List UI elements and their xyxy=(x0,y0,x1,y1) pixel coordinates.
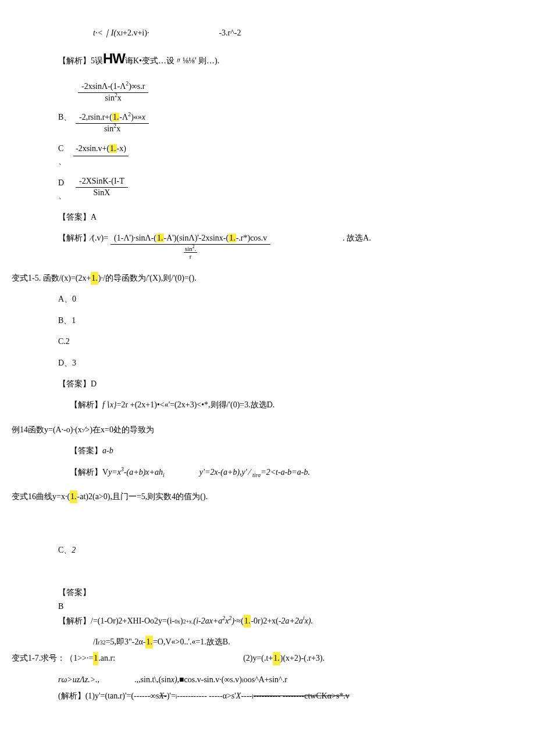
denominator: sin2. r xyxy=(180,245,201,260)
option-label: D 、 xyxy=(58,177,73,203)
option-label: C 、 xyxy=(58,142,73,169)
denominator: sin2x xyxy=(102,93,125,103)
denominator: sin2x xyxy=(101,124,124,134)
option-a-fraction: -2xsinΛ-(1-Λ2)∞s.r sin2x xyxy=(12,82,523,103)
explanation-a: 【解析】∕(.v)= (1-Λ')·sinΛ-(1.-A')(sinΛ)'-2x… xyxy=(12,232,523,260)
option-d: D、3 xyxy=(12,357,523,370)
denominator: SinX xyxy=(90,188,113,198)
question-1-5: 变式1-5. 函数/(x)=(2x+1.)·/的导函数为/'(X),则/'(0)… xyxy=(12,272,523,285)
answer-16-letter: B xyxy=(12,600,523,613)
text: -3.r^-2 xyxy=(219,27,241,40)
explanation-16-b: /Ir32=5,即3"-2α-1.=O,V«>0..'.«=1.故选B. xyxy=(12,636,523,648)
text: 诲K•变式…设〃⅛⅛' 则…). xyxy=(125,55,219,67)
option-c-16: C、2 xyxy=(12,544,523,557)
explanation-14: 【解析】Vy=x3-(a+b)x+ahi y'=2x-(a+b),y' ∕ ti… xyxy=(12,466,523,479)
option-a: A、0 xyxy=(12,293,523,306)
option-b: B、 -2,rsin.r+(1.-Λ2)«»x sin2x xyxy=(12,111,523,134)
explanation-16-a: 【解析】/=(1-Or)2+XHI-Oo2y=(i-0x)2+x.(i-2ax+… xyxy=(12,615,523,628)
option-c: C 、 -2xsin.v+(1.-x) xyxy=(12,142,523,169)
fraction: (1-Λ')·sinΛ-(1.-A')(sinΛ)'-2xsinx-(1.-.r… xyxy=(110,234,270,260)
formula-line-1: t·<｜I(XJ+2.v+i)· -3.r^-2 xyxy=(12,27,523,40)
option-b: B、1 xyxy=(12,314,523,327)
answer-a: 【答案】A xyxy=(12,211,523,224)
label: 【解析】∕(.v)= xyxy=(58,232,108,245)
fraction: -2XSinK-(I-T SinX xyxy=(76,177,128,198)
formula-line-r: rω>uzΛz.>., .,,sin.t\,(sinx),■cos.v-sin.… xyxy=(12,673,523,686)
option-c: C.2 xyxy=(12,335,523,348)
question-14: 例14函数y=(A·-o)·(x∙∕>)在x=0处的导致为 xyxy=(12,424,523,436)
answer-14: 【答案】a-b xyxy=(12,445,523,457)
text: +2.v+i)· xyxy=(123,27,149,40)
numerator: -2xsin.v+(1.-x) xyxy=(73,142,129,156)
numerator: -2,rsin.r+(1.-Λ2)«»x xyxy=(76,113,149,124)
text: 【解析】5误 xyxy=(58,55,103,67)
question-16: 变式16曲线y=x·(1.-at)2(a>0),且门一=5,则实数4的值为(). xyxy=(12,490,523,503)
analysis-line: 【解析】5误HW诲K•变式…设〃⅛⅛' 则…). xyxy=(12,48,523,70)
explanation-1-5: 【解析】f∖x}=2r +(2x+1)•<«'=(2x+3)<•*,则得/'(0… xyxy=(12,399,523,411)
answer-1-5: 【答案】D xyxy=(12,378,523,390)
tail: . 故选A. xyxy=(343,232,371,245)
option-d: D 、 -2XSinK-(I-T SinX xyxy=(12,177,523,203)
fraction: -2xsinΛ-(1-Λ2)∞s.r sin2x xyxy=(78,82,148,103)
fraction: -2,rsin.r+(1.-Λ2)«»x sin2x xyxy=(76,113,149,134)
question-1-7: 变式1-7.求号：（1>>·=1.an.r: (2)y=(.t+1.)(x+2)… xyxy=(12,652,523,665)
numerator: -2XSinK-(I-T xyxy=(76,177,128,188)
text: t·<｜I( xyxy=(93,27,116,40)
option-label: B、 xyxy=(58,111,73,124)
explanation-1-7: (解析】(1)y'=(tan.r)'=(------∞sX-)'=i------… xyxy=(12,690,523,703)
hw-text: HW xyxy=(103,48,125,70)
numerator: -2xsinΛ-(1-Λ2)∞s.r xyxy=(78,82,148,93)
numerator: (1-Λ')·sinΛ-(1.-A')(sinΛ)'-2xsinx-(1.-.r… xyxy=(110,234,270,245)
answer-16: 【答案】 xyxy=(12,586,523,599)
